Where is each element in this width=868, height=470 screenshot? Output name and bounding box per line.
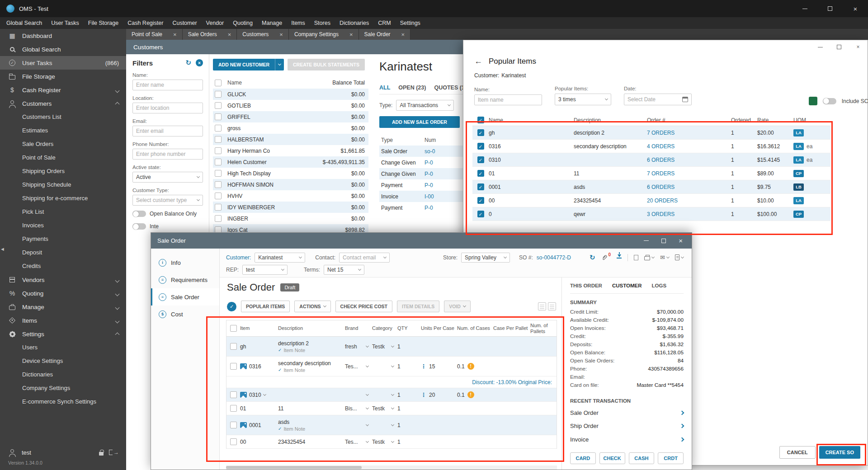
popular-item-row[interactable]: 0310 6 ORDERS 1 $15.4145 LAea [472, 153, 830, 167]
tab-close-icon[interactable]: × [349, 31, 353, 38]
void-button[interactable]: VOID [444, 301, 471, 312]
row-checkbox[interactable] [215, 102, 222, 109]
customer-row[interactable]: Harry Herman Co$1,661.85 [213, 145, 368, 156]
menu-cash-register[interactable]: Cash Register [123, 20, 168, 26]
tab-logs[interactable]: LOGS [652, 283, 667, 288]
horizontal-scrollbar[interactable] [226, 465, 557, 470]
item-name-input[interactable] [474, 94, 542, 105]
item-image-icon[interactable] [240, 422, 247, 428]
order-item-row[interactable]: 0001 asds✓Item Note 1 [226, 415, 557, 435]
menu-quoting[interactable]: Quoting [228, 20, 257, 26]
sidebar-item-items[interactable]: Items [0, 314, 126, 327]
row-checkbox[interactable] [215, 193, 222, 199]
add-new-customer-button[interactable]: ADD NEW CUSTOMER [213, 59, 275, 70]
include-so-toggle[interactable] [823, 98, 836, 104]
close-button[interactable]: × [852, 42, 864, 52]
tab-open[interactable]: OPEN (23) [398, 85, 426, 91]
popular-item-row[interactable]: 0 qewr 3 ORDERS 1 $100.00 CP [472, 207, 830, 221]
copy-icon[interactable] [634, 255, 638, 260]
orders-link[interactable]: 7 ORDERS [647, 170, 731, 177]
orders-link[interactable]: 6 ORDERS [647, 157, 731, 163]
row-checkbox[interactable] [215, 147, 222, 154]
row-checkbox[interactable] [477, 129, 484, 136]
qty-value[interactable]: 1 [397, 439, 421, 445]
row-checkbox[interactable] [230, 422, 237, 428]
sidebar-item-vendors[interactable]: Vendors [0, 273, 126, 287]
category-select[interactable]: Testk [372, 405, 397, 412]
row-checkbox[interactable] [215, 204, 222, 211]
sidebar-item-user-tasks[interactable]: ✓User Tasks(866) [0, 56, 126, 70]
sidebar-item-sale-orders[interactable]: Sale Orders [0, 137, 126, 151]
list-view-icon[interactable] [538, 302, 546, 310]
order-item-row[interactable]: 01 11 Bis... Testk 1 [226, 402, 557, 415]
minimize-button[interactable] [644, 233, 649, 249]
orders-link[interactable]: 3 ORDERS [647, 211, 731, 217]
customer-row[interactable]: GLUCK$0.00 [213, 89, 368, 100]
email-dropdown[interactable]: ✉ [660, 254, 669, 261]
recent-invoice-link[interactable]: Invoice [570, 433, 684, 446]
customer-row[interactable]: Helen Customer$-435,493,911.35 [213, 156, 368, 168]
qty-value[interactable]: 1 [397, 405, 421, 412]
sidebar-item-device-settings[interactable]: Device Settings [0, 354, 126, 368]
close-button[interactable]: × [679, 233, 683, 249]
credit-payment-button[interactable]: CRDT [658, 452, 684, 464]
item-image-icon[interactable] [240, 392, 247, 398]
popular-items-count-select[interactable]: 3 times [555, 94, 611, 105]
scrollbar-thumb[interactable] [226, 466, 362, 469]
phone-filter-input[interactable] [132, 149, 203, 160]
maximize-button[interactable] [833, 42, 845, 52]
menu-manage[interactable]: Manage [257, 20, 287, 26]
row-checkbox[interactable] [477, 156, 484, 163]
open-balance-toggle[interactable] [132, 211, 146, 217]
popular-item-row[interactable]: 00 234325454 20 ORDERS 1 $10.00 LA [472, 194, 830, 207]
order-item-row[interactable]: 0310 1 ⋮20 0.1! [226, 388, 557, 402]
minimize-button[interactable] [792, 0, 817, 17]
select-all-checkbox[interactable] [230, 325, 237, 332]
item-details-button[interactable]: ITEM DETAILS [397, 301, 439, 312]
sidebar-item-shipping-orders[interactable]: Shipping Orders [0, 164, 126, 178]
customer-type-select[interactable]: Select customer type [132, 195, 203, 206]
transaction-row[interactable]: PaymentP-0 [379, 179, 474, 191]
popular-item-row[interactable]: 0001 asds 6 ORDERS 1 $9.75 LB [472, 180, 830, 194]
customer-row[interactable]: GRIFFEL$0.00 [213, 111, 368, 122]
minimize-button[interactable] [814, 42, 826, 52]
download-icon[interactable] [617, 257, 622, 258]
popular-item-row[interactable]: 0316 secondary description 4 ORDERS 1 $1… [472, 140, 830, 153]
tab-close-icon[interactable]: × [279, 31, 283, 38]
menu-crm[interactable]: CRM [373, 20, 395, 26]
sidebar-item-estimates[interactable]: Estimates [0, 124, 126, 137]
num-cases-value[interactable]: 0.1 [457, 363, 465, 370]
transaction-row[interactable]: InvoiceI-00 [379, 191, 474, 202]
order-item-row[interactable]: 0316 secondary description✓Item Note Tes… [226, 357, 557, 376]
category-select[interactable]: Testk [372, 439, 397, 445]
row-checkbox[interactable] [477, 211, 484, 217]
order-item-row[interactable]: gh description 2✓Item Note fresh Testk 1 [226, 337, 557, 357]
refresh-filters-icon[interactable]: ↻ [185, 59, 191, 67]
customer-row[interactable]: HOFFMAN SIMON$0.00 [213, 179, 368, 190]
sidebar-item-point-of-sale[interactable]: Point of Sale [0, 151, 126, 164]
row-checkbox[interactable] [215, 136, 222, 143]
transaction-row[interactable]: Change GivenP-0 [379, 157, 474, 168]
location-filter-input[interactable] [132, 103, 203, 113]
nav-item-requirements[interactable]: ≡Requirements [151, 271, 219, 288]
category-select[interactable] [372, 425, 397, 426]
sidebar-item-shipping-schedule[interactable]: Shipping Schedule [0, 178, 126, 192]
menu-vendor[interactable]: Vendor [202, 20, 229, 26]
sidebar-item-company-settings[interactable]: Company Settings [0, 381, 126, 395]
orders-link[interactable]: 4 ORDERS [647, 143, 731, 150]
item-note-link[interactable]: Item Note [283, 426, 305, 432]
sidebar-item-deposit[interactable]: Deposit [0, 246, 126, 259]
orders-link[interactable]: 7 ORDERS [647, 130, 731, 136]
sidebar-item-ecommerce-synch[interactable]: E-commerce Synch Settings [0, 395, 126, 409]
name-filter-input[interactable] [132, 80, 203, 90]
menu-settings[interactable]: Settings [396, 20, 425, 26]
close-button[interactable]: × [843, 0, 868, 17]
kebab-menu-icon[interactable]: ⋮ [421, 363, 426, 370]
nav-item-info[interactable]: iInfo [151, 254, 219, 271]
select-all-checkbox[interactable] [477, 117, 484, 123]
brand-select[interactable]: fresh [345, 343, 372, 350]
maximize-button[interactable] [817, 0, 843, 17]
sidebar-item-settings[interactable]: Settings [0, 327, 126, 341]
sidebar-item-users[interactable]: Users [0, 341, 126, 354]
popular-item-row[interactable]: 01 11 7 ORDERS 1 $89.00 CP [472, 167, 830, 180]
